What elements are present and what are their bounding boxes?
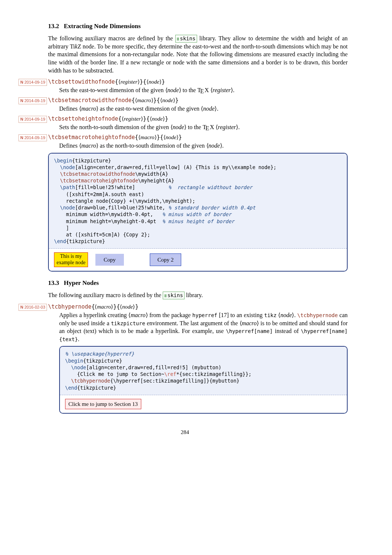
section-title-13-2: 13.2 Extracting Node Dimensions: [48, 22, 348, 31]
example-node-copy: Copy: [95, 254, 124, 266]
command-description: Defines ⟨macro⟩ as the east-to-west dime…: [59, 105, 348, 113]
example-node-a: This is myexample node: [54, 252, 88, 267]
code-example-2: % \usepackage{hyperref} \begin{tikzpictu…: [59, 346, 348, 414]
code-output: This is myexample node Copy Copy 2: [49, 249, 347, 271]
intro-paragraph-13-3: The following auxiliary macro is defined…: [48, 291, 348, 299]
command-signature: \tcbsettowidthofnode{⟨register⟩}{⟨node⟩}: [48, 78, 348, 85]
skins-library-badge: ≣skins: [175, 35, 197, 43]
command-description: Defines ⟨macro⟩ as the north-to-south di…: [59, 142, 348, 150]
code-example-1: \begin{tikzpicture} \node[align=center,d…: [48, 153, 348, 272]
macro-entry: 2014-09-19 \tcbsetmacrotowidthofnode{⟨ma…: [22, 97, 348, 113]
page-number: 284: [22, 428, 348, 436]
code-listing: % \usepackage{hyperref} \begin{tikzpictu…: [60, 347, 347, 395]
command-description: Sets the east-to-west dimension of the g…: [59, 86, 348, 94]
library-icon: ≣: [164, 293, 167, 298]
example-node-copy2: Copy 2: [150, 253, 182, 266]
macro-entry: 2014-09-19 \tcbsettowidthofnode{⟨registe…: [22, 78, 348, 94]
version-badge: 2014-09-19: [18, 79, 47, 86]
command-description: Sets the north-to-south dimension of the…: [59, 123, 348, 131]
version-badge: 2014-09-19: [18, 97, 47, 104]
macro-entry: 2014-09-19 \tcbsettoheightofnode{⟨regist…: [22, 115, 348, 131]
command-signature: \tcbsetmacrotoheightofnode{⟨macro⟩}{⟨nod…: [48, 134, 348, 141]
command-signature: \tcbhypernode{⟨macro⟩}{⟨node⟩}: [48, 303, 348, 310]
intro-paragraph-13-2: The following auxiliary macros are defin…: [48, 34, 348, 74]
command-description: Applies a hyperlink creating ⟨macro⟩ fro…: [59, 311, 348, 343]
code-output: Click me to jump to Section 13: [60, 395, 347, 413]
command-signature: \tcbsettoheightofnode{⟨register⟩}{⟨node⟩…: [48, 115, 348, 122]
version-badge: 2014-09-19: [18, 134, 47, 141]
code-listing: \begin{tikzpicture} \node[align=center,d…: [49, 154, 347, 249]
library-icon: ≣: [177, 37, 179, 41]
macro-entry: 2016-02-03 \tcbhypernode{⟨macro⟩}{⟨node⟩…: [22, 303, 348, 343]
macro-entry: 2014-09-19 \tcbsetmacrotoheightofnode{⟨m…: [22, 134, 348, 150]
version-badge: 2016-02-03: [18, 304, 47, 311]
section-title-13-3: 13.3 Hyper Nodes: [48, 279, 348, 287]
skins-library-badge: ≣skins: [163, 292, 185, 299]
hyperlink-button[interactable]: Click me to jump to Section 13: [65, 399, 141, 409]
version-badge: 2014-09-19: [18, 116, 47, 123]
command-signature: \tcbsetmacrotowidthofnode{⟨macro⟩}{⟨node…: [48, 97, 348, 104]
